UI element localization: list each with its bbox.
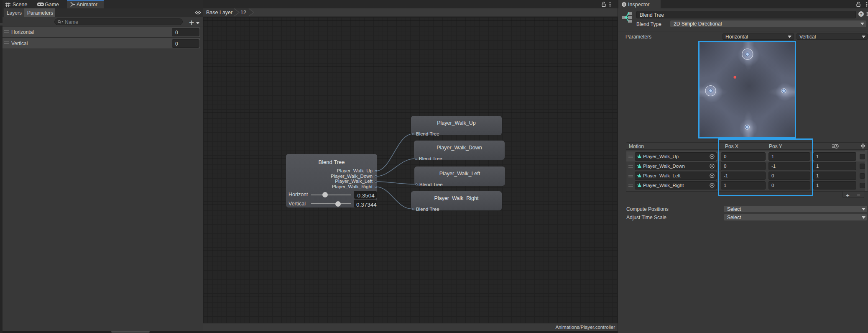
svg-text:?: ? <box>860 12 863 16</box>
